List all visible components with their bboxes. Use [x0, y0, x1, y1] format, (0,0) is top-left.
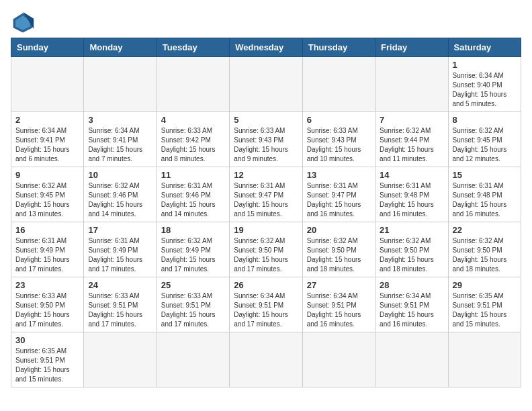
calendar-cell: 23Sunrise: 6:33 AM Sunset: 9:50 PM Dayli…	[11, 277, 84, 332]
day-number: 22	[453, 225, 517, 235]
day-number: 4	[161, 115, 225, 125]
calendar-cell: 30Sunrise: 6:35 AM Sunset: 9:51 PM Dayli…	[11, 332, 84, 387]
calendar-cell: 17Sunrise: 6:31 AM Sunset: 9:49 PM Dayli…	[84, 222, 157, 277]
day-info: Sunrise: 6:32 AM Sunset: 9:44 PM Dayligh…	[380, 126, 443, 164]
calendar-cell: 26Sunrise: 6:34 AM Sunset: 9:51 PM Dayli…	[230, 277, 302, 332]
calendar-cell	[157, 332, 229, 387]
day-info: Sunrise: 6:31 AM Sunset: 9:49 PM Dayligh…	[15, 236, 79, 274]
calendar-cell	[84, 332, 157, 387]
calendar-cell: 4Sunrise: 6:33 AM Sunset: 9:42 PM Daylig…	[157, 112, 229, 167]
day-info: Sunrise: 6:34 AM Sunset: 9:40 PM Dayligh…	[453, 71, 517, 109]
day-info: Sunrise: 6:32 AM Sunset: 9:45 PM Dayligh…	[453, 126, 517, 164]
calendar-cell: 15Sunrise: 6:31 AM Sunset: 9:48 PM Dayli…	[448, 167, 521, 222]
calendar-cell: 1Sunrise: 6:34 AM Sunset: 9:40 PM Daylig…	[448, 57, 521, 112]
day-info: Sunrise: 6:31 AM Sunset: 9:46 PM Dayligh…	[161, 181, 225, 219]
day-header-monday: Monday	[84, 38, 157, 57]
calendar-table: SundayMondayTuesdayWednesdayThursdayFrid…	[11, 38, 521, 387]
calendar-cell	[302, 57, 375, 112]
day-info: Sunrise: 6:31 AM Sunset: 9:48 PM Dayligh…	[380, 181, 443, 219]
day-number: 14	[380, 170, 443, 180]
day-number: 16	[15, 225, 79, 235]
calendar-cell	[230, 57, 302, 112]
header	[11, 11, 521, 35]
day-number: 30	[15, 335, 79, 345]
calendar-cell	[302, 332, 375, 387]
calendar-cell: 28Sunrise: 6:34 AM Sunset: 9:51 PM Dayli…	[375, 277, 448, 332]
calendar-cell	[375, 332, 448, 387]
day-number: 19	[234, 225, 298, 235]
day-number: 5	[234, 115, 298, 125]
calendar-cell	[230, 332, 302, 387]
day-number: 6	[307, 115, 371, 125]
day-number: 1	[453, 60, 517, 70]
calendar-cell: 14Sunrise: 6:31 AM Sunset: 9:48 PM Dayli…	[375, 167, 448, 222]
calendar-cell: 16Sunrise: 6:31 AM Sunset: 9:49 PM Dayli…	[11, 222, 84, 277]
day-header-sunday: Sunday	[11, 38, 84, 57]
day-info: Sunrise: 6:32 AM Sunset: 9:50 PM Dayligh…	[234, 236, 298, 274]
day-info: Sunrise: 6:33 AM Sunset: 9:43 PM Dayligh…	[307, 126, 371, 164]
calendar-cell: 20Sunrise: 6:32 AM Sunset: 9:50 PM Dayli…	[302, 222, 375, 277]
calendar-week-1: 2Sunrise: 6:34 AM Sunset: 9:41 PM Daylig…	[11, 112, 521, 167]
day-number: 27	[307, 280, 371, 290]
calendar-cell: 5Sunrise: 6:33 AM Sunset: 9:43 PM Daylig…	[230, 112, 302, 167]
day-header-thursday: Thursday	[302, 38, 375, 57]
calendar-week-2: 9Sunrise: 6:32 AM Sunset: 9:45 PM Daylig…	[11, 167, 521, 222]
calendar-cell: 7Sunrise: 6:32 AM Sunset: 9:44 PM Daylig…	[375, 112, 448, 167]
calendar-cell: 8Sunrise: 6:32 AM Sunset: 9:45 PM Daylig…	[448, 112, 521, 167]
logo-icon	[11, 11, 35, 35]
day-number: 21	[380, 225, 443, 235]
day-info: Sunrise: 6:33 AM Sunset: 9:50 PM Dayligh…	[15, 291, 79, 329]
day-info: Sunrise: 6:31 AM Sunset: 9:48 PM Dayligh…	[453, 181, 517, 219]
day-info: Sunrise: 6:33 AM Sunset: 9:42 PM Dayligh…	[161, 126, 225, 164]
day-info: Sunrise: 6:33 AM Sunset: 9:51 PM Dayligh…	[161, 291, 225, 329]
day-info: Sunrise: 6:35 AM Sunset: 9:51 PM Dayligh…	[15, 347, 79, 384]
day-info: Sunrise: 6:31 AM Sunset: 9:47 PM Dayligh…	[234, 181, 298, 219]
day-number: 23	[15, 280, 79, 290]
day-number: 7	[380, 115, 443, 125]
calendar-cell	[84, 57, 157, 112]
day-number: 8	[453, 115, 517, 125]
day-number: 12	[234, 170, 298, 180]
logo	[11, 11, 38, 35]
calendar-cell: 6Sunrise: 6:33 AM Sunset: 9:43 PM Daylig…	[302, 112, 375, 167]
calendar-cell: 10Sunrise: 6:32 AM Sunset: 9:46 PM Dayli…	[84, 167, 157, 222]
calendar-week-0: 1Sunrise: 6:34 AM Sunset: 9:40 PM Daylig…	[11, 57, 521, 112]
calendar-week-3: 16Sunrise: 6:31 AM Sunset: 9:49 PM Dayli…	[11, 222, 521, 277]
calendar-week-4: 23Sunrise: 6:33 AM Sunset: 9:50 PM Dayli…	[11, 277, 521, 332]
day-number: 28	[380, 280, 443, 290]
day-info: Sunrise: 6:34 AM Sunset: 9:41 PM Dayligh…	[88, 126, 152, 164]
day-number: 24	[88, 280, 152, 290]
calendar-cell	[375, 57, 448, 112]
day-info: Sunrise: 6:34 AM Sunset: 9:51 PM Dayligh…	[307, 291, 371, 329]
calendar-cell: 13Sunrise: 6:31 AM Sunset: 9:47 PM Dayli…	[302, 167, 375, 222]
day-info: Sunrise: 6:34 AM Sunset: 9:51 PM Dayligh…	[234, 291, 298, 329]
day-info: Sunrise: 6:35 AM Sunset: 9:51 PM Dayligh…	[453, 291, 517, 329]
calendar-cell: 3Sunrise: 6:34 AM Sunset: 9:41 PM Daylig…	[84, 112, 157, 167]
day-info: Sunrise: 6:34 AM Sunset: 9:51 PM Dayligh…	[380, 291, 443, 329]
day-header-saturday: Saturday	[448, 38, 521, 57]
calendar-cell: 21Sunrise: 6:32 AM Sunset: 9:50 PM Dayli…	[375, 222, 448, 277]
calendar-cell	[157, 57, 229, 112]
day-info: Sunrise: 6:32 AM Sunset: 9:50 PM Dayligh…	[453, 236, 517, 274]
day-number: 25	[161, 280, 225, 290]
day-header-wednesday: Wednesday	[230, 38, 302, 57]
day-info: Sunrise: 6:32 AM Sunset: 9:50 PM Dayligh…	[307, 236, 371, 274]
day-info: Sunrise: 6:33 AM Sunset: 9:51 PM Dayligh…	[88, 291, 152, 329]
day-header-tuesday: Tuesday	[157, 38, 229, 57]
day-info: Sunrise: 6:32 AM Sunset: 9:46 PM Dayligh…	[88, 181, 152, 219]
day-info: Sunrise: 6:32 AM Sunset: 9:50 PM Dayligh…	[380, 236, 443, 274]
calendar-cell: 9Sunrise: 6:32 AM Sunset: 9:45 PM Daylig…	[11, 167, 84, 222]
day-number: 18	[161, 225, 225, 235]
day-number: 13	[307, 170, 371, 180]
day-info: Sunrise: 6:32 AM Sunset: 9:49 PM Dayligh…	[161, 236, 225, 274]
day-number: 3	[88, 115, 152, 125]
day-info: Sunrise: 6:31 AM Sunset: 9:49 PM Dayligh…	[88, 236, 152, 274]
day-number: 10	[88, 170, 152, 180]
calendar-header-row: SundayMondayTuesdayWednesdayThursdayFrid…	[11, 38, 521, 57]
day-number: 2	[15, 115, 79, 125]
day-number: 20	[307, 225, 371, 235]
day-number: 9	[15, 170, 79, 180]
day-number: 29	[453, 280, 517, 290]
calendar-cell: 29Sunrise: 6:35 AM Sunset: 9:51 PM Dayli…	[448, 277, 521, 332]
calendar-cell: 18Sunrise: 6:32 AM Sunset: 9:49 PM Dayli…	[157, 222, 229, 277]
